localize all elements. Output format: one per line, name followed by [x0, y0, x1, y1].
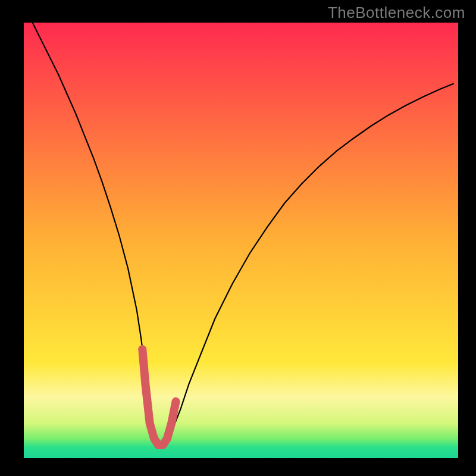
chart-background	[24, 23, 458, 458]
bottleneck-chart	[0, 0, 476, 476]
outer-frame: TheBottleneck.com	[0, 0, 476, 476]
watermark-text: TheBottleneck.com	[328, 4, 465, 22]
